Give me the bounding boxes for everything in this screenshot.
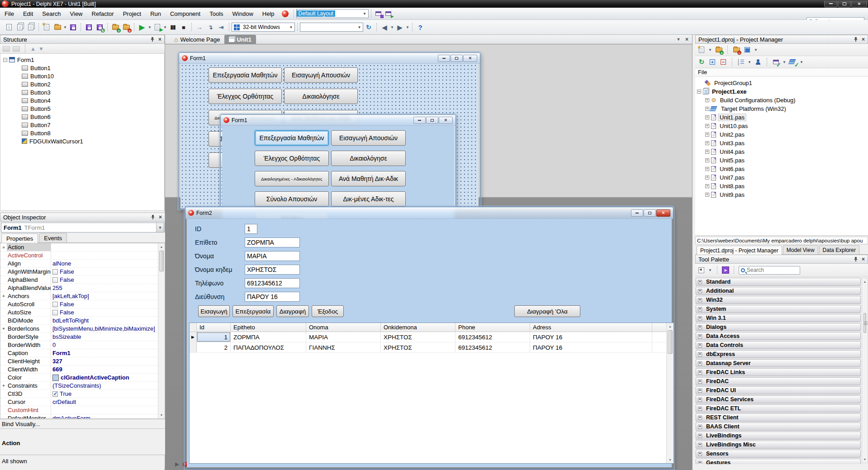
property-value[interactable]: [akLeft,akTop] bbox=[52, 293, 89, 299]
property-value[interactable]: bdLeftToRight bbox=[52, 317, 89, 324]
view-dropdown-icon[interactable]: ▼ bbox=[754, 48, 758, 52]
expander-icon[interactable]: + bbox=[698, 361, 702, 366]
property-checkbox[interactable] bbox=[52, 277, 58, 283]
project-tree-item[interactable]: + Unit3.pas bbox=[695, 139, 868, 147]
close-button[interactable]: × bbox=[439, 117, 453, 124]
new-project-button[interactable]: ★ bbox=[42, 22, 52, 32]
property-value[interactable]: [biSystemMenu,biMinimize,biMaximize] bbox=[52, 325, 155, 332]
expander-icon[interactable]: + bbox=[705, 133, 709, 137]
expander-icon[interactable]: + bbox=[698, 370, 702, 375]
bind-visually-link[interactable]: Bind Visually... bbox=[0, 419, 165, 428]
move-up-icon[interactable]: ▲ bbox=[30, 46, 36, 52]
expander-icon[interactable]: + bbox=[698, 434, 702, 438]
property-row[interactable]: + BorderIcons [biSystemMenu,biMinimize,b… bbox=[0, 325, 158, 333]
property-row[interactable]: » Action bbox=[0, 243, 158, 252]
structure-tree-item[interactable]: Button5 bbox=[0, 104, 164, 113]
expander-icon[interactable]: + bbox=[698, 461, 702, 465]
column-header[interactable]: Adress bbox=[530, 323, 652, 332]
run-without-debugging-button[interactable]: ▶ bbox=[152, 22, 162, 32]
structure-tree-item[interactable]: Button3 bbox=[0, 88, 164, 96]
expander-icon[interactable]: + bbox=[705, 107, 709, 111]
run-until-return-button[interactable]: ⇥ bbox=[216, 22, 226, 32]
chevron-down-icon[interactable]: ▼ bbox=[156, 223, 164, 232]
menu-item[interactable]: Edit bbox=[19, 9, 38, 19]
project-tree-item[interactable]: + Unit10.pas bbox=[695, 122, 868, 130]
property-row[interactable]: DefaultMonitor dmActiveForm bbox=[0, 414, 158, 419]
project-tree-item[interactable]: + Unit6.pas bbox=[695, 165, 868, 173]
property-value[interactable]: False bbox=[60, 268, 74, 275]
menu-item[interactable]: Refactor bbox=[87, 9, 119, 19]
column-header[interactable]: Epitheto bbox=[231, 323, 306, 332]
cell-adress[interactable]: ΠΑΡΟΥ 16 bbox=[530, 342, 652, 352]
form-button[interactable]: Ανά Μαθητή Δικ-Αδικ bbox=[331, 171, 406, 186]
cell-epitheto[interactable]: ΖΟΡΜΠΑ bbox=[231, 332, 306, 342]
property-row[interactable]: ClientHeight 327 bbox=[0, 357, 158, 366]
form-button[interactable]: Εισαγωγή Απουσιών bbox=[331, 130, 406, 146]
pin-icon[interactable] bbox=[854, 257, 858, 261]
property-row[interactable]: Cursor crDefault bbox=[0, 398, 158, 406]
file-column-header[interactable]: File bbox=[695, 68, 868, 76]
expander-icon[interactable]: + bbox=[698, 425, 702, 429]
property-value[interactable]: 327 bbox=[52, 358, 62, 365]
property-row[interactable]: AutoSize False bbox=[0, 309, 158, 317]
expander-icon[interactable]: + bbox=[698, 416, 702, 420]
step-over-button[interactable]: ↴ bbox=[205, 22, 215, 32]
form-button[interactable]: Επεξεργασία Μαθητών bbox=[209, 67, 282, 83]
palette-category[interactable]: + Win32 bbox=[696, 296, 861, 304]
inspector-scrollbar[interactable]: ▲ ▼ bbox=[158, 243, 165, 418]
structure-tree-item[interactable]: Button8 bbox=[0, 129, 164, 137]
palette-category[interactable]: + dbExpress bbox=[696, 350, 861, 358]
property-row[interactable]: Ctl3D True bbox=[0, 390, 158, 398]
field-input[interactable] bbox=[245, 237, 300, 247]
pin-icon[interactable] bbox=[151, 215, 155, 219]
expander-icon[interactable]: + bbox=[698, 325, 702, 329]
palette-category[interactable]: + Datasnap Server bbox=[696, 359, 861, 367]
property-row[interactable]: CustomHint bbox=[0, 406, 158, 414]
expand-nodes-button[interactable]: + bbox=[708, 57, 717, 66]
chevron-down-icon[interactable]: ▼ bbox=[288, 25, 294, 29]
form2-titlebar[interactable]: Form2 × bbox=[185, 207, 673, 219]
project-tree-item[interactable]: + Unit8.pas bbox=[695, 182, 868, 190]
grid-row[interactable]: 2 ΠΑΠΑΔΟΠΟΥΛΟΣ ΓΙΑΝΝΗΣ ΧΡΗΣΤΟΣ 691234561… bbox=[190, 342, 666, 353]
property-value[interactable]: Form1 bbox=[52, 350, 71, 356]
form1-designer-titlebar[interactable]: Form1 × bbox=[179, 53, 480, 64]
scrollbar-thumb[interactable] bbox=[863, 313, 866, 333]
expander-icon[interactable]: + bbox=[698, 398, 702, 402]
cell-phone[interactable]: 6912345612 bbox=[455, 332, 530, 342]
palette-category[interactable]: + FireDAC bbox=[696, 377, 861, 385]
inspector-filter-status[interactable]: All shown bbox=[0, 455, 165, 467]
new-item-button[interactable] bbox=[3, 46, 10, 52]
form-button[interactable]: Δικαιολόγησε bbox=[284, 89, 358, 104]
field-input[interactable] bbox=[245, 251, 300, 261]
chevron-down-icon[interactable]: ▼ bbox=[361, 12, 368, 16]
column-header[interactable]: Phone bbox=[455, 323, 530, 332]
form-button[interactable]: Επεξεργασία bbox=[232, 305, 274, 317]
maximize-button[interactable] bbox=[451, 55, 463, 62]
open-dropdown-icon[interactable]: ▼ bbox=[63, 25, 67, 29]
save-all-button[interactable] bbox=[84, 22, 94, 32]
scroll-up-icon[interactable]: ▲ bbox=[862, 278, 868, 285]
cell-onoma[interactable]: ΜΑΡΙΑ bbox=[306, 332, 381, 342]
build-button[interactable]: ✓ bbox=[771, 57, 780, 66]
close-panel-icon[interactable]: × bbox=[862, 37, 865, 42]
cell-phone[interactable]: 6912345612 bbox=[455, 342, 530, 352]
run-dropdown-icon[interactable]: ▼ bbox=[147, 25, 152, 29]
expander-icon[interactable]: + bbox=[698, 389, 702, 393]
new-project-button[interactable]: ★ bbox=[697, 45, 706, 54]
structure-tree-item[interactable]: FDGUIxWaitCursor1 bbox=[0, 137, 164, 145]
move-down-icon[interactable]: ▼ bbox=[38, 46, 44, 52]
structure-tree-item[interactable]: Button2 bbox=[0, 80, 164, 88]
field-input[interactable] bbox=[245, 278, 300, 288]
palette-category[interactable]: + System bbox=[696, 305, 861, 313]
field-input[interactable] bbox=[245, 292, 300, 302]
property-row[interactable]: Color clGradientActiveCaption bbox=[0, 374, 158, 382]
expander-icon[interactable]: + bbox=[698, 352, 702, 356]
close-button[interactable]: × bbox=[656, 209, 670, 217]
expander-icon[interactable]: + bbox=[705, 167, 709, 171]
property-row[interactable]: AutoScroll False bbox=[0, 300, 158, 309]
project-tree-item[interactable]: ProjectGroup1 bbox=[695, 79, 868, 87]
property-value[interactable]: 669 bbox=[52, 366, 62, 373]
property-row[interactable]: AlphaBlend False bbox=[0, 276, 158, 284]
pin-icon[interactable] bbox=[854, 37, 858, 42]
project-tree-item[interactable]: + Target Platforms (Win32) bbox=[695, 104, 868, 113]
